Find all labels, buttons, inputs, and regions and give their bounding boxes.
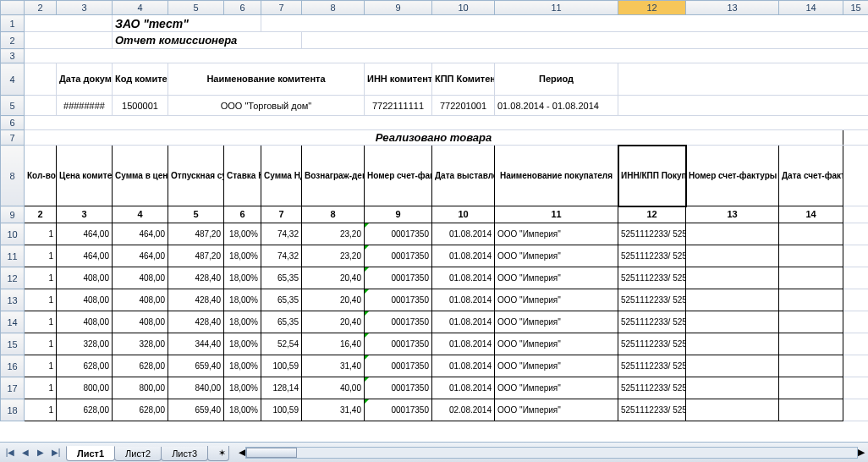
cell[interactable] xyxy=(843,333,869,355)
cell[interactable] xyxy=(618,96,869,116)
row-header-16[interactable]: 16 xyxy=(1,355,25,377)
data-cell[interactable]: 01.08.2014 xyxy=(432,267,495,289)
hdr-sfdatek[interactable]: Дата счет-фактуры комитента xyxy=(779,146,843,206)
hscroll-track[interactable] xyxy=(245,447,858,459)
data-cell[interactable]: 18,00% xyxy=(224,333,261,355)
colnum-11[interactable]: 11 xyxy=(495,206,618,223)
data-cell[interactable]: ООО "Империя" xyxy=(495,267,618,289)
col-header-7[interactable]: 7 xyxy=(261,1,302,15)
data-cell[interactable]: 1 xyxy=(25,399,57,421)
hdr-name[interactable]: Наименование комитента xyxy=(168,63,365,96)
data-cell[interactable]: 5251112233/ 525901001 xyxy=(618,223,686,245)
cell[interactable] xyxy=(25,96,57,116)
data-cell[interactable]: 00017350 xyxy=(365,377,432,399)
data-cell[interactable]: 65,35 xyxy=(261,311,302,333)
col-header-2[interactable]: 2 xyxy=(25,1,57,15)
cell[interactable] xyxy=(843,399,869,421)
col-header-8[interactable]: 8 xyxy=(302,1,365,15)
data-cell[interactable]: 100,59 xyxy=(261,399,302,421)
cell[interactable] xyxy=(843,311,869,333)
colnum-3[interactable]: 3 xyxy=(57,206,113,223)
val-period[interactable]: 01.08.2014 - 01.08.2014 xyxy=(495,96,618,116)
cell[interactable] xyxy=(25,49,869,63)
data-cell[interactable] xyxy=(779,355,843,377)
row-header-11[interactable]: 11 xyxy=(1,245,25,267)
data-cell[interactable]: 5251112233/ 525901001 xyxy=(618,377,686,399)
hdr-vatrate[interactable]: Ставка НДС xyxy=(224,146,261,206)
data-cell[interactable]: 01.08.2014 xyxy=(432,223,495,245)
data-cell[interactable]: 1 xyxy=(25,377,57,399)
data-cell[interactable]: 428,40 xyxy=(168,289,224,311)
hdr-price[interactable]: Цена комитента xyxy=(57,146,113,206)
data-cell[interactable]: 20,40 xyxy=(302,289,365,311)
data-cell[interactable]: 408,00 xyxy=(113,311,168,333)
hdr-sum[interactable]: Сумма в ценах комитента xyxy=(113,146,168,206)
row-header-4[interactable]: 4 xyxy=(1,63,25,96)
data-cell[interactable] xyxy=(686,377,779,399)
data-cell[interactable]: 65,35 xyxy=(261,289,302,311)
data-cell[interactable]: 20,40 xyxy=(302,311,365,333)
cell[interactable] xyxy=(25,32,113,49)
data-cell[interactable]: 74,32 xyxy=(261,223,302,245)
data-cell[interactable]: 100,59 xyxy=(261,355,302,377)
row-header-10[interactable]: 10 xyxy=(1,223,25,245)
selected-cell[interactable]: ИНН/КПП Покупателя xyxy=(618,146,686,206)
data-cell[interactable]: 1 xyxy=(25,355,57,377)
hdr-sfnumk[interactable]: Номер счет-фактуры комитента xyxy=(686,146,779,206)
data-cell[interactable]: 1 xyxy=(25,311,57,333)
colnum-10[interactable]: 10 xyxy=(432,206,495,223)
data-cell[interactable]: 18,00% xyxy=(224,223,261,245)
hdr-code[interactable]: Код комитента xyxy=(113,63,168,96)
row-header-14[interactable]: 14 xyxy=(1,311,25,333)
col-header-10[interactable]: 10 xyxy=(432,1,495,15)
col-header-3[interactable]: 3 xyxy=(57,1,113,15)
nav-first-button[interactable]: |◀ xyxy=(3,446,17,459)
data-cell[interactable]: 31,40 xyxy=(302,399,365,421)
cell[interactable] xyxy=(25,63,57,96)
data-cell[interactable]: 01.08.2014 xyxy=(432,289,495,311)
col-header-15[interactable]: 15 xyxy=(843,1,869,15)
data-cell[interactable]: 464,00 xyxy=(57,245,113,267)
data-cell[interactable]: ООО "Империя" xyxy=(495,223,618,245)
row-header-2[interactable]: 2 xyxy=(1,32,25,49)
data-cell[interactable]: 628,00 xyxy=(57,355,113,377)
sheet-tab-Лист1[interactable]: Лист1 xyxy=(66,446,115,461)
col-header-5[interactable]: 5 xyxy=(168,1,224,15)
hdr-buyer[interactable]: Наименование покупателя xyxy=(495,146,618,206)
hdr-date[interactable]: Дата документа xyxy=(57,63,113,96)
hdr-vatsum[interactable]: Сумма НДС xyxy=(261,146,302,206)
row-header-9[interactable]: 9 xyxy=(1,206,25,223)
colnum-7[interactable]: 7 xyxy=(261,206,302,223)
data-cell[interactable]: 800,00 xyxy=(113,377,168,399)
data-cell[interactable]: 40,00 xyxy=(302,377,365,399)
data-cell[interactable]: 00017350 xyxy=(365,223,432,245)
colnum-8[interactable]: 8 xyxy=(302,206,365,223)
hdr-inn[interactable]: ИНН комитента xyxy=(365,63,432,96)
sheet-tab-Лист2[interactable]: Лист2 xyxy=(114,447,162,461)
data-cell[interactable]: 628,00 xyxy=(113,355,168,377)
cell[interactable] xyxy=(618,63,869,96)
colnum-5[interactable]: 5 xyxy=(168,206,224,223)
data-cell[interactable]: 464,00 xyxy=(57,223,113,245)
data-cell[interactable] xyxy=(779,267,843,289)
row-header-18[interactable]: 18 xyxy=(1,399,25,421)
row-header-13[interactable]: 13 xyxy=(1,289,25,311)
grid-area[interactable]: 23456789101112131415 1ЗАО "тест"2Отчет к… xyxy=(0,0,868,442)
row-header-17[interactable]: 17 xyxy=(1,377,25,399)
hdr-fee[interactable]: Вознаграж-дение комиссионер а xyxy=(302,146,365,206)
row-header-6[interactable]: 6 xyxy=(1,116,25,130)
row-header-1[interactable]: 1 xyxy=(1,15,25,32)
report-title[interactable]: Отчет комиссионера xyxy=(113,32,302,49)
data-cell[interactable]: ООО "Империя" xyxy=(495,399,618,421)
row-header-7[interactable]: 7 xyxy=(1,130,25,146)
val-date[interactable]: ######## xyxy=(57,96,113,116)
cell[interactable] xyxy=(843,267,869,289)
cell[interactable] xyxy=(843,223,869,245)
data-cell[interactable]: 1 xyxy=(25,333,57,355)
data-cell[interactable]: ООО "Империя" xyxy=(495,377,618,399)
data-cell[interactable] xyxy=(686,311,779,333)
row-header-3[interactable]: 3 xyxy=(1,49,25,63)
cell[interactable] xyxy=(843,355,869,377)
data-cell[interactable]: 01.08.2014 xyxy=(432,333,495,355)
colnum-4[interactable]: 4 xyxy=(113,206,168,223)
